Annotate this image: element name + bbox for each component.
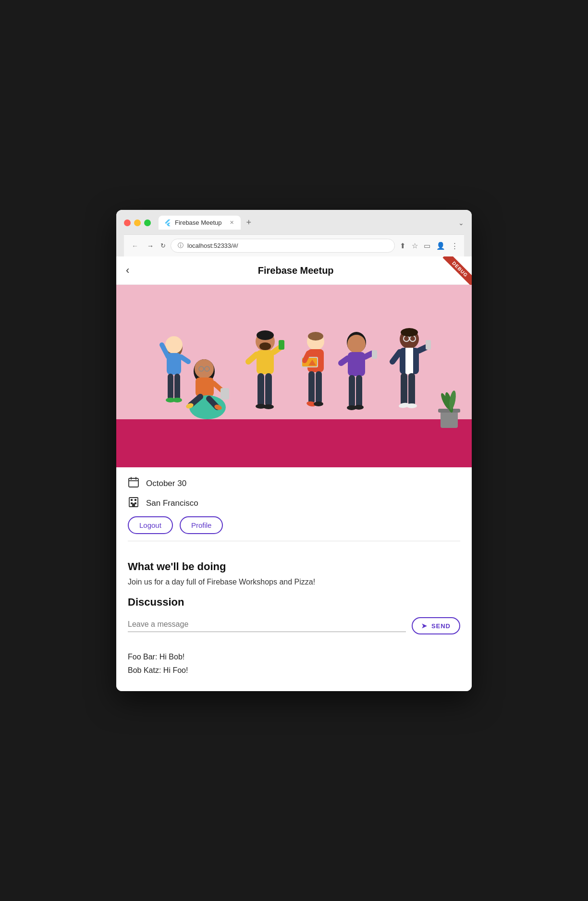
svg-point-60: [401, 328, 418, 337]
calendar-icon: [128, 477, 139, 490]
list-item: Bob Katz: Hi Foo!: [128, 666, 460, 675]
reload-button[interactable]: ↻: [160, 242, 166, 249]
svg-rect-1: [116, 419, 472, 467]
svg-line-64: [419, 347, 426, 351]
message-input[interactable]: [128, 620, 406, 629]
app-content: ‹ Firebase Meetup: [116, 256, 472, 691]
svg-rect-7: [168, 374, 173, 400]
event-date: October 30: [146, 479, 186, 488]
svg-rect-31: [257, 373, 264, 407]
profile-button[interactable]: Profile: [180, 516, 223, 534]
send-icon: ➤: [421, 622, 428, 630]
bookmark-icon[interactable]: ☆: [412, 242, 418, 250]
discussion-title: Discussion: [128, 596, 460, 609]
building-icon: [128, 497, 139, 510]
address-bar[interactable]: ⓘ localhost:52333/#/: [171, 239, 395, 253]
send-button[interactable]: ➤ SEND: [412, 617, 460, 634]
toolbar-actions: ⬆ ☆ ▭ 👤 ⋮: [400, 242, 458, 250]
new-tab-button[interactable]: +: [243, 218, 256, 228]
send-label: SEND: [431, 622, 451, 630]
svg-rect-66: [401, 373, 407, 406]
url-text: localhost:52333/#/: [187, 242, 238, 249]
more-menu-icon[interactable]: ⋮: [451, 242, 458, 250]
app-header: ‹ Firebase Meetup: [116, 256, 472, 285]
tab-menu-button[interactable]: ⌄: [458, 219, 464, 227]
svg-rect-8: [174, 374, 180, 400]
hero-scene: [116, 285, 472, 467]
minimize-button[interactable]: [134, 219, 141, 226]
flutter-icon: [164, 219, 171, 226]
svg-point-36: [308, 332, 323, 341]
action-buttons: Logout Profile: [128, 516, 460, 534]
logout-button[interactable]: Logout: [128, 516, 173, 534]
svg-rect-84: [132, 503, 135, 507]
svg-point-45: [314, 402, 323, 406]
titlebar: Firebase Meetup ✕ + ⌄: [124, 216, 464, 230]
app-back-button[interactable]: ‹: [126, 264, 129, 277]
what-doing-desc: Join us for a day full of Firebase Works…: [128, 578, 460, 586]
svg-point-3: [165, 336, 183, 353]
list-item: Foo Bar: Hi Bob!: [128, 653, 460, 661]
svg-rect-52: [349, 375, 355, 408]
date-row: October 30: [128, 477, 460, 490]
svg-point-69: [406, 403, 417, 408]
reader-view-icon[interactable]: ▭: [424, 242, 430, 250]
svg-rect-51: [372, 350, 377, 359]
browser-window: Firebase Meetup ✕ + ⌄ ← → ↻ ⓘ localhost:…: [116, 210, 472, 691]
browser-toolbar: ← → ↻ ⓘ localhost:52333/#/ ⬆ ☆ ▭ 👤 ⋮: [124, 234, 464, 256]
svg-rect-81: [135, 499, 136, 501]
location-row: San Francisco: [128, 497, 460, 510]
svg-rect-67: [408, 373, 415, 406]
svg-rect-75: [129, 478, 138, 487]
svg-rect-32: [265, 373, 272, 407]
svg-point-55: [354, 405, 364, 410]
close-button[interactable]: [124, 219, 131, 226]
tab-title: Firebase Meetup: [175, 219, 222, 226]
hero-image: [116, 285, 472, 467]
svg-rect-30: [279, 340, 284, 350]
what-doing-title: What we'll be doing: [128, 560, 460, 573]
profile-icon[interactable]: 👤: [436, 242, 445, 250]
browser-chrome: Firebase Meetup ✕ + ⌄ ← → ↻ ⓘ localhost:…: [116, 210, 472, 256]
event-location: San Francisco: [146, 499, 198, 508]
svg-rect-42: [308, 371, 315, 404]
message-row: ➤ SEND: [128, 617, 460, 634]
forward-nav-button[interactable]: →: [145, 241, 156, 251]
back-nav-button[interactable]: ←: [130, 241, 140, 251]
svg-rect-62: [405, 348, 413, 374]
svg-point-47: [347, 335, 366, 353]
svg-rect-23: [220, 388, 229, 400]
divider: [128, 541, 460, 541]
message-input-wrap: [128, 620, 406, 632]
traffic-lights: [124, 219, 151, 226]
active-tab[interactable]: Firebase Meetup ✕: [159, 216, 241, 230]
svg-point-34: [263, 404, 274, 409]
svg-point-25: [257, 330, 274, 340]
browser-tabs: Firebase Meetup ✕ + ⌄: [159, 216, 464, 230]
svg-point-26: [259, 342, 271, 350]
svg-rect-53: [356, 375, 362, 408]
lock-icon: ⓘ: [178, 242, 184, 250]
hero-illustration: [116, 285, 472, 467]
svg-point-10: [172, 398, 182, 402]
svg-rect-65: [426, 340, 431, 350]
svg-line-50: [341, 358, 348, 363]
svg-rect-43: [316, 371, 322, 404]
tab-close-icon[interactable]: ✕: [230, 219, 234, 226]
app-title: Firebase Meetup: [129, 265, 462, 276]
maximize-button[interactable]: [144, 219, 151, 226]
share-icon[interactable]: ⬆: [400, 242, 406, 250]
event-details: October 30 San Francisco Logout: [116, 467, 472, 560]
what-doing-section: What we'll be doing Join us for a day fu…: [116, 560, 472, 646]
svg-rect-80: [131, 499, 133, 501]
svg-rect-16: [196, 377, 214, 397]
svg-line-49: [365, 353, 372, 357]
chat-messages: Foo Bar: Hi Bob! Bob Katz: Hi Foo!: [116, 646, 472, 691]
